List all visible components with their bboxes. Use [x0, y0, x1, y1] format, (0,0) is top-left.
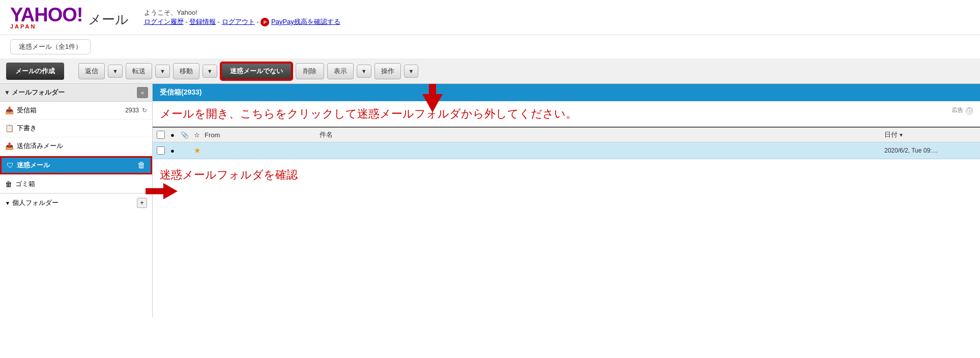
- header-nav: ようこそ、Yahoo! ログイン履歴 - 登録情報 - ログアウト - P Pa…: [144, 8, 340, 26]
- up-arrow-shaft: [429, 84, 436, 95]
- instruction-text: メールを開き、こちらをクリックして迷惑メールフォルダから外してください。: [160, 106, 577, 122]
- sidebar-item-spam[interactable]: 🛡 迷惑メール 🗑: [0, 156, 152, 174]
- spam-label: 迷惑メール: [17, 161, 137, 170]
- spam-trash-icon[interactable]: 🗑: [137, 161, 146, 170]
- trash-label: ゴミ箱: [15, 180, 147, 189]
- spam-shield-icon: 🛡: [7, 161, 14, 169]
- welcome-text: ようこそ、Yahoo!: [144, 9, 197, 16]
- login-history-link[interactable]: ログイン履歴: [144, 18, 184, 25]
- reply-button[interactable]: 返信: [78, 63, 105, 79]
- add-folder-button[interactable]: +: [137, 198, 147, 208]
- sidebar-item-sent[interactable]: 📤 送信済みメール: [0, 137, 152, 155]
- logout-link[interactable]: ログアウト: [222, 18, 255, 25]
- operations-dropdown[interactable]: ▼: [404, 65, 419, 78]
- forward-button[interactable]: 転送: [126, 63, 152, 79]
- move-dropdown[interactable]: ▼: [203, 65, 217, 78]
- paypay-icon: P: [261, 18, 269, 26]
- main-layout: ▼ メールフォルダー « 📥 受信箱 2933 ↻ 📋 下書き 📤 送信済みメー…: [0, 84, 980, 318]
- inbox-label: 受信箱: [17, 106, 125, 115]
- not-spam-button[interactable]: 迷惑メールでない: [220, 62, 293, 80]
- spam-notice-bar: 迷惑メール（全1件）: [0, 35, 980, 59]
- header-clip: 📎: [180, 131, 189, 139]
- header-star: ☆: [192, 131, 201, 139]
- spam-notice-badge: 迷惑メール（全1件）: [10, 39, 91, 54]
- email-star-0[interactable]: ★: [192, 146, 201, 155]
- drafts-icon: 📋: [5, 124, 14, 132]
- trash-icon: 🗑: [5, 180, 12, 188]
- display-dropdown[interactable]: ▼: [357, 65, 371, 78]
- header: YAHOO! JAPAN メール ようこそ、Yahoo! ログイン履歴 - 登録…: [0, 0, 980, 35]
- personal-folder-toggle: ▼: [5, 200, 10, 206]
- instruction-area: メールを開き、こちらをクリックして迷惑メールフォルダから外してください。 広告 …: [153, 101, 980, 125]
- spam-folder-annotation: 迷惑メールフォルダを確認: [153, 159, 980, 183]
- info-icon: ⓘ: [966, 107, 973, 114]
- sidebar-collapse-button[interactable]: «: [137, 87, 148, 98]
- content-area: 受信箱(2933) メールを開き、こちらをクリックして迷惑メールフォルダから外し…: [153, 84, 980, 318]
- logo-area: YAHOO! JAPAN メール: [10, 5, 129, 29]
- spam-folder-annotation-text: 迷惑メールフォルダを確認: [160, 168, 298, 181]
- content-header: 受信箱(2933): [153, 84, 980, 101]
- operations-button[interactable]: 操作: [374, 63, 401, 79]
- sidebar: ▼ メールフォルダー « 📥 受信箱 2933 ↻ 📋 下書き 📤 送信済みメー…: [0, 84, 153, 318]
- email-date-0: 2020/6/2, Tue 09:…: [884, 147, 976, 154]
- sep1: -: [185, 18, 189, 25]
- sent-icon: 📤: [5, 142, 14, 150]
- col-subject-header: 件名: [320, 130, 881, 139]
- display-button[interactable]: 表示: [327, 63, 354, 79]
- content-header-title: 受信箱(2933): [160, 88, 201, 96]
- compose-button[interactable]: メールの作成: [6, 63, 64, 80]
- mail-label: メール: [88, 11, 129, 29]
- sep2: -: [218, 18, 222, 25]
- toolbar: メールの作成 返信 ▼ 転送 ▼ 移動 ▼ 迷惑メールでない 削除 表示 ▼ 操…: [0, 59, 980, 84]
- sidebar-item-drafts[interactable]: 📋 下書き: [0, 120, 152, 137]
- up-arrow-container: [422, 84, 443, 112]
- personal-folder-label: 個人フォルダー: [12, 198, 137, 207]
- sep3: -: [256, 18, 261, 25]
- sidebar-personal-folder[interactable]: ▼ 個人フォルダー +: [0, 193, 152, 212]
- col-from-header: From: [205, 131, 316, 139]
- move-button[interactable]: 移動: [173, 63, 199, 79]
- sidebar-toggle-icon: ▼: [4, 89, 12, 96]
- inbox-refresh-icon[interactable]: ↻: [142, 107, 147, 114]
- header-dot: ●: [168, 131, 177, 139]
- yahoo-text: YAHOO!: [10, 5, 83, 24]
- col-date-header[interactable]: 日付 ▼: [884, 130, 976, 139]
- inbox-count: 2933: [125, 107, 139, 114]
- paypay-link[interactable]: PayPay残高を確認する: [271, 18, 340, 25]
- email-dot-0: ●: [168, 147, 177, 155]
- email-checkbox-0[interactable]: [157, 146, 165, 155]
- ad-label: 広告 ⓘ: [952, 106, 973, 114]
- inbox-icon: 📥: [5, 106, 14, 114]
- sidebar-section-header: ▼ メールフォルダー «: [0, 84, 152, 102]
- register-info-link[interactable]: 登録情報: [189, 18, 216, 25]
- sidebar-section-label: ▼ メールフォルダー: [4, 88, 65, 97]
- up-arrow-head: [422, 94, 443, 112]
- sort-arrow: ▼: [899, 132, 904, 138]
- select-all-checkbox[interactable]: [157, 131, 165, 139]
- email-list-header: ● 📎 ☆ From 件名 日付 ▼: [153, 128, 980, 142]
- reply-dropdown[interactable]: ▼: [108, 65, 123, 78]
- forward-dropdown[interactable]: ▼: [155, 65, 170, 78]
- sent-label: 送信済みメール: [17, 141, 147, 151]
- instruction-row: メールを開き、こちらをクリックして迷惑メールフォルダから外してください。 広告 …: [160, 106, 973, 122]
- delete-button[interactable]: 削除: [296, 63, 324, 79]
- yahoo-logo: YAHOO! JAPAN: [10, 5, 83, 29]
- sidebar-item-inbox[interactable]: 📥 受信箱 2933 ↻: [0, 102, 152, 120]
- email-list: ● 📎 ☆ From 件名 日付 ▼ ● ★ 2020/6/2, Tue 09:…: [153, 127, 980, 159]
- japan-text: JAPAN: [10, 23, 36, 29]
- email-row-0[interactable]: ● ★ 2020/6/2, Tue 09:…: [153, 142, 980, 159]
- sidebar-item-trash[interactable]: 🗑 ゴミ箱: [0, 175, 152, 193]
- drafts-label: 下書き: [17, 124, 147, 133]
